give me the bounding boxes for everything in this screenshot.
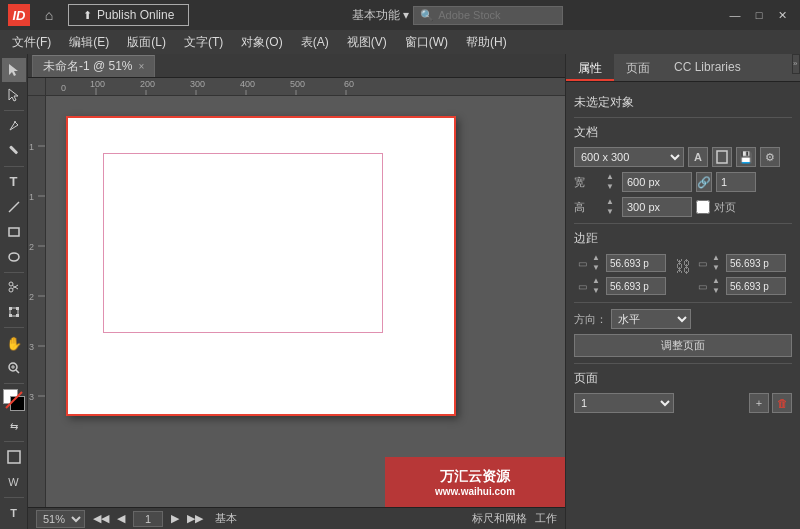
tab-cc-libraries[interactable]: CC Libraries — [662, 54, 753, 81]
margin-rows: ▭ ▲▼ ▭ ▲▼ ⛓ ▭ ▲▼ — [574, 253, 792, 296]
menu-window[interactable]: 窗口(W) — [397, 32, 456, 53]
search-input[interactable] — [438, 9, 548, 21]
margin-bottom-stepper[interactable]: ▲▼ — [592, 276, 604, 296]
menu-table[interactable]: 表(A) — [293, 32, 337, 53]
page-controls: + 🗑 — [749, 393, 792, 413]
tool-separator-4 — [4, 327, 24, 328]
scissors-tool[interactable] — [2, 276, 26, 300]
doc-icon-portrait[interactable] — [712, 147, 732, 167]
margin-left-input-row: ▭ ▲▼ — [694, 253, 792, 273]
svg-point-6 — [9, 253, 19, 261]
svg-text:3: 3 — [29, 342, 34, 352]
menu-help[interactable]: 帮助(H) — [458, 32, 515, 53]
chain-icon[interactable]: ⛓ — [676, 253, 690, 281]
tool-separator — [4, 110, 24, 111]
menu-view[interactable]: 视图(V) — [339, 32, 395, 53]
menu-edit[interactable]: 编辑(E) — [61, 32, 117, 53]
ruler-corner — [28, 78, 46, 96]
page-select[interactable]: 1 — [574, 393, 674, 413]
transform-tool[interactable] — [2, 300, 26, 324]
basic-func-selector[interactable]: 基本功能 ▾ — [352, 7, 409, 24]
width-input[interactable] — [622, 172, 692, 192]
main-layout: T ✋ ⇆ W — [0, 54, 800, 529]
v-ruler-and-canvas: 1 1 2 2 3 3 — [28, 96, 565, 507]
menu-file[interactable]: 文件(F) — [4, 32, 59, 53]
home-button[interactable]: ⌂ — [38, 4, 60, 26]
close-button[interactable]: ✕ — [774, 6, 792, 24]
margin-top-stepper[interactable]: ▲▼ — [592, 253, 604, 273]
pen-tool[interactable] — [2, 114, 26, 138]
chain-link-icon[interactable]: 🔗 — [696, 172, 712, 192]
text-tool[interactable]: T — [2, 170, 26, 194]
menu-text[interactable]: 文字(T) — [176, 32, 231, 53]
svg-rect-47 — [717, 151, 727, 163]
svg-rect-5 — [9, 228, 19, 236]
tab-bar: 未命名-1 @ 51% × — [28, 54, 565, 78]
margin-right-input[interactable] — [726, 277, 786, 295]
minimize-button[interactable]: — — [726, 6, 744, 24]
margin-top-input[interactable] — [606, 254, 666, 272]
svg-text:500: 500 — [290, 79, 305, 89]
work-label: 工作 — [535, 511, 557, 526]
menu-layout[interactable]: 版面(L) — [119, 32, 174, 53]
ellipse-tool[interactable] — [2, 245, 26, 269]
left-toolbar: T ✋ ⇆ W — [0, 54, 28, 529]
page-number-input[interactable] — [133, 511, 163, 527]
tab-pages[interactable]: 页面 — [614, 54, 662, 81]
margin-left-input[interactable] — [726, 254, 786, 272]
watermark: 万汇云资源 www.waihui.com — [385, 457, 565, 507]
panel-collapse-handle[interactable]: » — [792, 54, 800, 74]
publish-online-button[interactable]: ⬆ Publish Online — [68, 4, 189, 26]
hand-tool[interactable]: ✋ — [2, 331, 26, 355]
restore-button[interactable]: □ — [750, 6, 768, 24]
normal-mode[interactable] — [2, 445, 26, 469]
margin-bottom-input[interactable] — [606, 277, 666, 295]
doc-size-select[interactable]: 600 x 300 — [574, 147, 684, 167]
line-tool[interactable] — [2, 195, 26, 219]
text-frame-tool[interactable]: T — [2, 501, 26, 525]
svg-rect-21 — [8, 451, 20, 463]
facing-label: 对页 — [714, 200, 736, 215]
canvas-area[interactable]: 万汇云资源 www.waihui.com — [46, 96, 565, 507]
height-label: 高 — [574, 200, 602, 215]
adjust-page-button[interactable]: 调整页面 — [574, 334, 792, 357]
delete-page-button[interactable]: 🗑 — [772, 393, 792, 413]
app-icon: ID — [8, 4, 30, 26]
doc-size-row: 600 x 300 A 💾 ⚙ — [574, 147, 792, 167]
select-tool[interactable] — [2, 58, 26, 82]
height-stepper[interactable]: ▲▼ — [606, 197, 618, 217]
doc-icon-settings[interactable]: ⚙ — [760, 147, 780, 167]
direction-select[interactable]: 水平 — [611, 309, 691, 329]
zoom-select[interactable]: 51% — [36, 510, 85, 528]
rect-tool[interactable] — [2, 220, 26, 244]
svg-text:2: 2 — [29, 242, 34, 252]
publish-label: Publish Online — [97, 8, 174, 22]
doc-icon-a[interactable]: A — [688, 147, 708, 167]
pages-input[interactable] — [716, 172, 756, 192]
menu-object[interactable]: 对象(O) — [233, 32, 290, 53]
width-stepper[interactable]: ▲▼ — [606, 172, 618, 192]
nav-last[interactable]: ▶▶ — [187, 512, 203, 525]
height-input[interactable] — [622, 197, 692, 217]
facing-pages-checkbox[interactable] — [696, 200, 710, 214]
pencil-tool[interactable] — [2, 139, 26, 163]
zoom-tool[interactable] — [2, 356, 26, 380]
color-selector[interactable] — [3, 389, 25, 411]
direct-select-tool[interactable] — [2, 83, 26, 107]
horizontal-ruler: 0 100 200 300 400 500 60 — [46, 78, 565, 96]
doc-icon-save[interactable]: 💾 — [736, 147, 756, 167]
swap-colors[interactable]: ⇆ — [2, 414, 26, 438]
right-panel: » 属性 页面 CC Libraries 未选定对象 文档 600 x 300 — [565, 54, 800, 529]
document-tab[interactable]: 未命名-1 @ 51% × — [32, 55, 155, 77]
tab-properties[interactable]: 属性 — [566, 54, 614, 81]
adobe-stock-search[interactable]: 🔍 — [413, 6, 563, 25]
nav-first[interactable]: ◀◀ — [93, 512, 109, 525]
preview-mode[interactable]: W — [2, 470, 26, 494]
margin-right-stepper[interactable]: ▲▼ — [712, 276, 724, 296]
svg-rect-13 — [16, 307, 19, 310]
margin-left-stepper[interactable]: ▲▼ — [712, 253, 724, 273]
nav-prev[interactable]: ◀ — [117, 512, 125, 525]
nav-next[interactable]: ▶ — [171, 512, 179, 525]
tab-close-button[interactable]: × — [139, 61, 145, 72]
add-page-button[interactable]: + — [749, 393, 769, 413]
